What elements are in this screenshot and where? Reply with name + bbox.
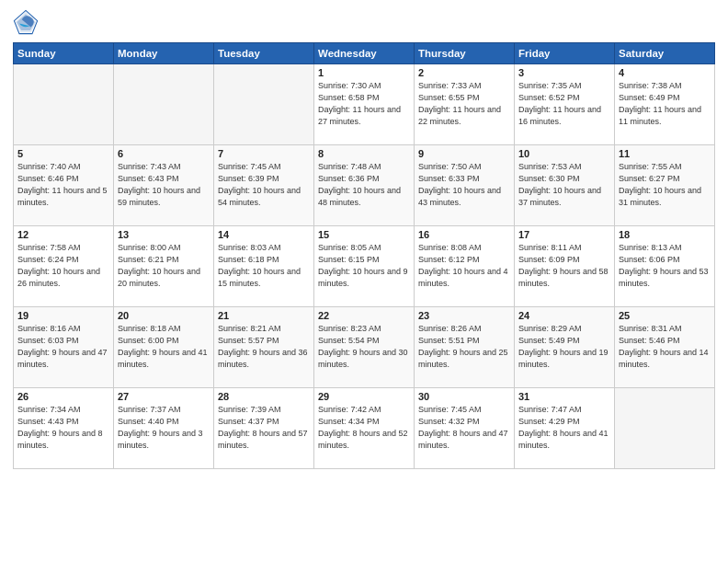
calendar-week-row: 12 Sunrise: 7:58 AMSunset: 6:24 PMDaylig…: [14, 226, 715, 307]
day-info: Sunrise: 8:08 AMSunset: 6:12 PMDaylight:…: [418, 242, 510, 290]
calendar-cell: 29 Sunrise: 7:42 AMSunset: 4:34 PMDaylig…: [314, 388, 415, 469]
calendar-cell: [114, 64, 214, 145]
page: SundayMondayTuesdayWednesdayThursdayFrid…: [0, 0, 728, 563]
day-info: Sunrise: 7:34 AMSunset: 4:43 PMDaylight:…: [17, 404, 109, 452]
day-number: 7: [218, 148, 310, 159]
calendar-cell: 2 Sunrise: 7:33 AMSunset: 6:55 PMDayligh…: [415, 64, 515, 145]
day-number: 17: [518, 229, 610, 240]
calendar-cell: 19 Sunrise: 8:16 AMSunset: 6:03 PMDaylig…: [14, 307, 114, 388]
calendar-cell: 6 Sunrise: 7:43 AMSunset: 6:43 PMDayligh…: [114, 145, 214, 226]
day-info: Sunrise: 7:35 AMSunset: 6:52 PMDaylight:…: [518, 80, 610, 128]
day-number: 10: [518, 148, 610, 159]
day-info: Sunrise: 8:05 AMSunset: 6:15 PMDaylight:…: [318, 242, 410, 290]
calendar-cell: 5 Sunrise: 7:40 AMSunset: 6:46 PMDayligh…: [14, 145, 114, 226]
day-info: Sunrise: 8:00 AMSunset: 6:21 PMDaylight:…: [118, 242, 210, 290]
calendar-cell: 8 Sunrise: 7:48 AMSunset: 6:36 PMDayligh…: [314, 145, 415, 226]
calendar-table: SundayMondayTuesdayWednesdayThursdayFrid…: [13, 42, 715, 469]
day-number: 5: [17, 148, 109, 159]
day-number: 8: [318, 148, 410, 159]
calendar-cell: 9 Sunrise: 7:50 AMSunset: 6:33 PMDayligh…: [415, 145, 515, 226]
calendar-cell: 10 Sunrise: 7:53 AMSunset: 6:30 PMDaylig…: [515, 145, 615, 226]
day-number: 4: [619, 67, 711, 78]
calendar-cell: 27 Sunrise: 7:37 AMSunset: 4:40 PMDaylig…: [114, 388, 214, 469]
day-number: 28: [218, 391, 310, 402]
calendar-cell: 18 Sunrise: 8:13 AMSunset: 6:06 PMDaylig…: [615, 226, 715, 307]
calendar-cell: 13 Sunrise: 8:00 AMSunset: 6:21 PMDaylig…: [114, 226, 214, 307]
day-number: 1: [318, 67, 410, 78]
calendar-cell: 22 Sunrise: 8:23 AMSunset: 5:54 PMDaylig…: [314, 307, 415, 388]
weekday-header: Friday: [515, 43, 615, 64]
calendar-cell: 30 Sunrise: 7:45 AMSunset: 4:32 PMDaylig…: [415, 388, 515, 469]
calendar-cell: [615, 388, 715, 469]
day-number: 25: [619, 310, 711, 321]
calendar-cell: 15 Sunrise: 8:05 AMSunset: 6:15 PMDaylig…: [314, 226, 415, 307]
day-info: Sunrise: 7:37 AMSunset: 4:40 PMDaylight:…: [118, 404, 210, 452]
day-number: 23: [418, 310, 510, 321]
day-info: Sunrise: 7:33 AMSunset: 6:55 PMDaylight:…: [418, 80, 510, 128]
day-info: Sunrise: 7:47 AMSunset: 4:29 PMDaylight:…: [518, 404, 610, 452]
weekday-header: Sunday: [14, 43, 114, 64]
day-info: Sunrise: 7:43 AMSunset: 6:43 PMDaylight:…: [118, 161, 210, 209]
calendar-cell: [214, 64, 314, 145]
day-number: 20: [118, 310, 210, 321]
calendar-cell: 21 Sunrise: 8:21 AMSunset: 5:57 PMDaylig…: [214, 307, 314, 388]
day-info: Sunrise: 7:48 AMSunset: 6:36 PMDaylight:…: [318, 161, 410, 209]
day-number: 24: [518, 310, 610, 321]
day-number: 16: [418, 229, 510, 240]
day-info: Sunrise: 7:50 AMSunset: 6:33 PMDaylight:…: [418, 161, 510, 209]
day-info: Sunrise: 8:16 AMSunset: 6:03 PMDaylight:…: [17, 323, 109, 371]
calendar-cell: 23 Sunrise: 8:26 AMSunset: 5:51 PMDaylig…: [415, 307, 515, 388]
calendar-cell: 28 Sunrise: 7:39 AMSunset: 4:37 PMDaylig…: [214, 388, 314, 469]
day-number: 13: [118, 229, 210, 240]
logo: [13, 9, 42, 35]
day-info: Sunrise: 7:55 AMSunset: 6:27 PMDaylight:…: [619, 161, 711, 209]
calendar-cell: 20 Sunrise: 8:18 AMSunset: 6:00 PMDaylig…: [114, 307, 214, 388]
header: [13, 9, 715, 35]
day-info: Sunrise: 8:31 AMSunset: 5:46 PMDaylight:…: [619, 323, 711, 371]
day-info: Sunrise: 7:38 AMSunset: 6:49 PMDaylight:…: [619, 80, 711, 128]
calendar-cell: 17 Sunrise: 8:11 AMSunset: 6:09 PMDaylig…: [515, 226, 615, 307]
calendar-cell: 16 Sunrise: 8:08 AMSunset: 6:12 PMDaylig…: [415, 226, 515, 307]
day-number: 9: [418, 148, 510, 159]
day-number: 2: [418, 67, 510, 78]
day-info: Sunrise: 8:29 AMSunset: 5:49 PMDaylight:…: [518, 323, 610, 371]
day-number: 15: [318, 229, 410, 240]
calendar-week-row: 1 Sunrise: 7:30 AMSunset: 6:58 PMDayligh…: [14, 64, 715, 145]
calendar-cell: 14 Sunrise: 8:03 AMSunset: 6:18 PMDaylig…: [214, 226, 314, 307]
day-number: 12: [17, 229, 109, 240]
day-info: Sunrise: 8:13 AMSunset: 6:06 PMDaylight:…: [619, 242, 711, 290]
day-info: Sunrise: 7:30 AMSunset: 6:58 PMDaylight:…: [318, 80, 410, 128]
day-info: Sunrise: 8:23 AMSunset: 5:54 PMDaylight:…: [318, 323, 410, 371]
calendar-cell: 26 Sunrise: 7:34 AMSunset: 4:43 PMDaylig…: [14, 388, 114, 469]
day-number: 22: [318, 310, 410, 321]
day-number: 14: [218, 229, 310, 240]
calendar-cell: 24 Sunrise: 8:29 AMSunset: 5:49 PMDaylig…: [515, 307, 615, 388]
day-number: 6: [118, 148, 210, 159]
calendar-week-row: 26 Sunrise: 7:34 AMSunset: 4:43 PMDaylig…: [14, 388, 715, 469]
day-info: Sunrise: 7:40 AMSunset: 6:46 PMDaylight:…: [17, 161, 109, 209]
day-info: Sunrise: 8:11 AMSunset: 6:09 PMDaylight:…: [518, 242, 610, 290]
calendar-week-row: 5 Sunrise: 7:40 AMSunset: 6:46 PMDayligh…: [14, 145, 715, 226]
day-number: 19: [17, 310, 109, 321]
day-info: Sunrise: 8:26 AMSunset: 5:51 PMDaylight:…: [418, 323, 510, 371]
calendar-cell: 12 Sunrise: 7:58 AMSunset: 6:24 PMDaylig…: [14, 226, 114, 307]
day-number: 18: [619, 229, 711, 240]
day-info: Sunrise: 7:42 AMSunset: 4:34 PMDaylight:…: [318, 404, 410, 452]
day-number: 11: [619, 148, 711, 159]
calendar-cell: 7 Sunrise: 7:45 AMSunset: 6:39 PMDayligh…: [214, 145, 314, 226]
day-info: Sunrise: 8:03 AMSunset: 6:18 PMDaylight:…: [218, 242, 310, 290]
day-number: 3: [518, 67, 610, 78]
day-number: 21: [218, 310, 310, 321]
day-number: 26: [17, 391, 109, 402]
day-info: Sunrise: 7:45 AMSunset: 6:39 PMDaylight:…: [218, 161, 310, 209]
day-info: Sunrise: 7:58 AMSunset: 6:24 PMDaylight:…: [17, 242, 109, 290]
day-info: Sunrise: 8:21 AMSunset: 5:57 PMDaylight:…: [218, 323, 310, 371]
weekday-header: Saturday: [615, 43, 715, 64]
day-info: Sunrise: 7:39 AMSunset: 4:37 PMDaylight:…: [218, 404, 310, 452]
weekday-header: Thursday: [415, 43, 515, 64]
calendar-week-row: 19 Sunrise: 8:16 AMSunset: 6:03 PMDaylig…: [14, 307, 715, 388]
weekday-header: Wednesday: [314, 43, 415, 64]
calendar-cell: [14, 64, 114, 145]
calendar-cell: 1 Sunrise: 7:30 AMSunset: 6:58 PMDayligh…: [314, 64, 415, 145]
calendar-cell: 3 Sunrise: 7:35 AMSunset: 6:52 PMDayligh…: [515, 64, 615, 145]
